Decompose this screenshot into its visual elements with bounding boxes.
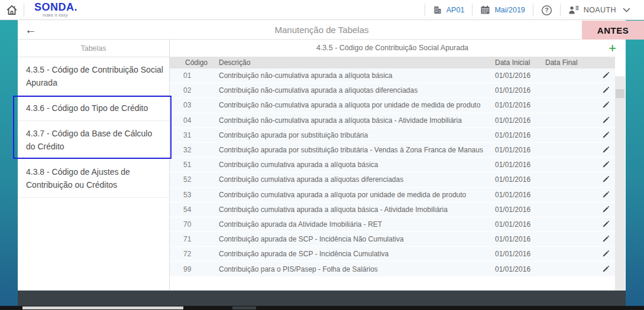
pencil-icon — [601, 175, 610, 184]
row-data-inicial: 01/01/2016 — [492, 175, 545, 184]
user-icon — [568, 5, 580, 15]
period-label: Mai/2019 — [494, 6, 525, 14]
svg-text:?: ? — [545, 7, 548, 14]
help-button[interactable]: ? — [533, 5, 560, 16]
logo-tagline: make it easy — [43, 13, 77, 17]
user-menu[interactable]: NOAUTH — [561, 5, 638, 15]
row-codigo: 02 — [170, 86, 219, 94]
pencil-icon — [601, 131, 610, 139]
row-codigo: 71 — [170, 235, 219, 243]
app-card: ← Manutenção de Tabelas Tabelas 4.3.5 - … — [18, 20, 626, 306]
edit-row-button[interactable] — [596, 116, 615, 125]
row-codigo: 51 — [170, 161, 219, 169]
row-data-inicial: 01/01/2016 — [492, 116, 545, 125]
page-title: Manutenção de Tabelas — [18, 20, 626, 40]
row-descricao: Contribuição apurada por substituição tr… — [219, 131, 492, 139]
pencil-icon — [601, 86, 610, 94]
pencil-icon — [601, 205, 610, 214]
table-row: 51 Contribuição cumulativa apurada a alí… — [170, 158, 615, 172]
row-descricao: Contribuição apurada da Atividade Imobil… — [219, 220, 492, 229]
sidebar-item[interactable]: 4.3.6 - Código do Tipo de Crédito — [18, 96, 169, 121]
sidebar: Tabelas 4.3.5 - Código de Contribuição S… — [18, 40, 170, 291]
org-selector[interactable]: AP01 — [425, 5, 473, 15]
row-data-inicial: 01/01/2016 — [492, 146, 545, 154]
edit-row-button[interactable] — [596, 235, 615, 243]
row-data-inicial: 01/01/2016 — [492, 250, 545, 258]
row-codigo: 32 — [170, 146, 219, 154]
help-icon: ? — [541, 5, 552, 16]
row-descricao: Contribuição não-cumulativa apurada a al… — [219, 71, 492, 80]
row-descricao: Contribuição não-cumulativa apurada a al… — [219, 86, 492, 94]
table-row: 02 Contribuição não-cumulativa apurada a… — [170, 83, 615, 98]
footer-bar — [18, 291, 626, 306]
period-selector[interactable]: Mai/2019 — [473, 5, 532, 15]
horizontal-scrollbar-segment — [232, 306, 256, 309]
edit-row-button[interactable] — [596, 250, 615, 258]
calendar-icon — [480, 5, 490, 15]
logo-text: SONDA. — [34, 2, 77, 12]
table-row: 32 Contribuição apurada por substituição… — [170, 143, 615, 158]
edit-row-button[interactable] — [596, 265, 615, 273]
column-header-data-final: Data Final — [545, 57, 596, 68]
home-button[interactable] — [4, 3, 20, 17]
table-row: 01 Contribuição não-cumulativa apurada a… — [170, 68, 615, 83]
table-body: 01 Contribuição não-cumulativa apurada a… — [170, 68, 615, 277]
edit-row-button[interactable] — [596, 71, 615, 80]
sidebar-item[interactable]: 4.3.8 - Código de Ajustes de Contribuiçã… — [18, 159, 169, 198]
edit-row-button[interactable] — [596, 86, 615, 94]
screen: SONDA. make it easy AP01 Mai/2019 ? — [0, 0, 644, 310]
row-codigo: 72 — [170, 250, 219, 258]
edit-row-button[interactable] — [596, 220, 615, 229]
row-codigo: 52 — [170, 175, 219, 184]
add-record-button[interactable]: + — [609, 41, 616, 56]
row-descricao: Contribuição cumulativa apurada a alíquo… — [219, 205, 492, 214]
vertical-scrollbar[interactable] — [615, 76, 625, 310]
vertical-scrollbar-thumb[interactable] — [616, 89, 624, 98]
pencil-icon — [601, 161, 610, 169]
building-icon — [433, 5, 442, 15]
row-descricao: Contribuição cumulativa apurada a alíquo… — [219, 175, 492, 184]
top-bar-right: AP01 Mai/2019 ? NOAUTH — [425, 0, 638, 20]
column-header-data-inicial: Data Inicial — [492, 57, 545, 68]
edit-row-button[interactable] — [596, 146, 615, 154]
horizontal-scrollbar-thumb[interactable] — [22, 306, 183, 309]
username-label: NOAUTH — [584, 6, 616, 14]
table-row: 31 Contribuição apurada por substituição… — [170, 128, 615, 143]
table-row: 54 Contribuição cumulativa apurada a alí… — [170, 203, 615, 217]
row-descricao: Contribuição apurada de SCP - Incidência… — [219, 250, 492, 258]
row-data-inicial: 01/01/2016 — [492, 131, 545, 139]
row-descricao: Contribuição não-cumulativa apurada a al… — [219, 116, 492, 125]
pencil-icon — [601, 71, 610, 80]
table-row: 52 Contribuição cumulativa apurada a alí… — [170, 172, 615, 187]
row-descricao: Contribuição cumulativa apurada a alíquo… — [219, 161, 492, 169]
row-data-inicial: 01/01/2016 — [492, 71, 545, 80]
sidebar-item[interactable]: 4.3.7 - Código da Base de Cálculo do Cré… — [18, 121, 169, 159]
table-row: 03 Contribuição não-cumulativa apurada a… — [170, 98, 615, 113]
row-descricao: Contribuição cumulativa apurada a alíquo… — [219, 191, 492, 199]
edit-row-button[interactable] — [596, 205, 615, 214]
sidebar-item[interactable]: 4.3.5 - Código de Contribuição Social Ap… — [18, 57, 169, 96]
row-codigo: 70 — [170, 220, 219, 229]
home-icon — [5, 4, 18, 17]
row-descricao: Contribuição não-cumulativa apurada a al… — [219, 101, 492, 109]
pencil-icon — [601, 191, 610, 199]
divider — [24, 4, 24, 17]
row-data-inicial: 01/01/2016 — [492, 101, 545, 109]
edit-row-button[interactable] — [596, 191, 615, 199]
table-row: 99 Contribuição para o PIS/Pasep - Folha… — [170, 262, 615, 276]
row-codigo: 03 — [170, 101, 219, 109]
edit-row-button[interactable] — [596, 101, 615, 109]
row-data-inicial: 01/01/2016 — [492, 220, 545, 229]
table-header-row: Código Descrição Data Inicial Data Final — [170, 57, 615, 68]
row-codigo: 31 — [170, 131, 219, 139]
top-bar: SONDA. make it easy AP01 Mai/2019 ? — [0, 0, 644, 20]
column-header-descricao: Descrição — [219, 57, 492, 68]
row-data-inicial: 01/01/2016 — [492, 161, 545, 169]
edit-row-button[interactable] — [596, 161, 615, 169]
horizontal-scrollbar[interactable] — [0, 306, 644, 310]
pencil-icon — [601, 235, 610, 243]
edit-row-button[interactable] — [596, 175, 615, 184]
edit-row-button[interactable] — [596, 131, 615, 139]
antes-badge: ANTES — [582, 21, 644, 40]
row-data-inicial: 01/01/2016 — [492, 191, 545, 199]
